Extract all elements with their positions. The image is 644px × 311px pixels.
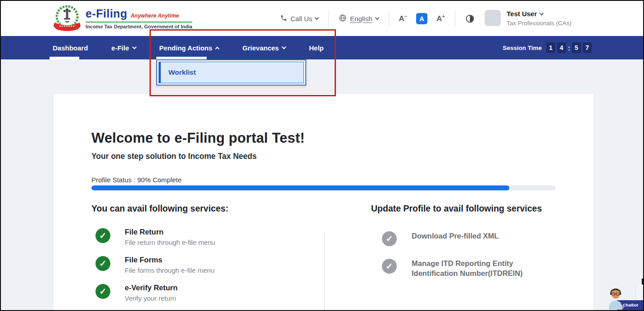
check-circle-icon: ✓	[95, 284, 110, 299]
session-time-label: Session Time	[503, 45, 542, 51]
profile-progress-bar	[91, 185, 556, 190]
main-navbar: Dashboard e-File Pending Actions Grievan…	[1, 36, 643, 59]
chevron-down-icon	[375, 16, 379, 20]
efiling-logo[interactable]: e-Filing Anywhere Anytime Income Tax Dep…	[53, 4, 192, 35]
session-colon: :	[568, 44, 570, 52]
session-digit: 4	[557, 42, 566, 53]
font-normal-button[interactable]: A	[416, 13, 427, 24]
chat-panel-edge	[642, 279, 643, 285]
income-tax-emblem-icon	[53, 4, 81, 35]
brand-tagline: Anywhere Anytime	[131, 13, 179, 19]
nav-dashboard[interactable]: Dashboard	[53, 44, 88, 52]
chevron-down-icon	[315, 16, 319, 20]
call-us-label: Call Us	[290, 15, 312, 23]
check-circle-icon: ✓	[95, 228, 110, 243]
column-divider	[324, 230, 325, 311]
check-circle-gray-icon: ✓	[382, 231, 397, 246]
user-name: Test User	[507, 10, 537, 18]
font-increase-button[interactable]: A+	[436, 14, 445, 23]
menu-item-worklist[interactable]: Worklist	[168, 68, 196, 77]
user-menu[interactable]: Test User Tax Professionals (CAs)	[485, 10, 571, 27]
language-menu[interactable]: English	[339, 14, 378, 23]
update-profile-heading: Update Profile to avail following servic…	[371, 203, 542, 214]
dashboard-active-indicator	[50, 57, 79, 59]
list-item: ✓ e-Verify Return Verify your return	[95, 283, 215, 305]
font-decrease-button[interactable]: A−	[399, 14, 408, 23]
update-profile-services-list: ✓ Download Pre-filled XML ✓ Manage ITD R…	[382, 230, 529, 279]
chevron-up-icon	[215, 46, 220, 51]
list-item: ✓ Manage ITD Reporting Entity Identifica…	[382, 258, 529, 279]
contrast-toggle-icon[interactable]	[465, 14, 475, 23]
list-item: ✓ File Return File return through e-file…	[95, 227, 215, 249]
header-divider	[455, 11, 455, 26]
nav-pending-actions[interactable]: Pending Actions	[159, 44, 219, 52]
chatbot-avatar-icon[interactable]	[606, 286, 626, 311]
top-header: e-Filing Anywhere Anytime Income Tax Dep…	[1, 1, 643, 36]
available-services-heading: You can avail following services:	[91, 203, 228, 214]
brand-subtitle: Income Tax Department, Government of Ind…	[86, 24, 192, 29]
profile-status-text: Profile Status : 90% Complete	[91, 176, 181, 184]
phone-icon	[280, 14, 287, 23]
list-item: ✓ Download Pre-filled XML	[382, 230, 529, 252]
user-role: Tax Professionals (CAs)	[507, 20, 571, 27]
check-circle-icon: ✓	[95, 256, 110, 271]
list-item: ✓ File Forms File forms through e-file m…	[95, 255, 215, 277]
available-services-list: ✓ File Return File return through e-file…	[95, 227, 215, 305]
session-digit: 7	[583, 42, 592, 53]
page-title: Welcome to e-Filing portal Test!	[91, 130, 305, 146]
nav-grievances[interactable]: Grievances	[242, 44, 286, 52]
call-us-menu[interactable]: Call Us	[280, 14, 318, 23]
brand-name: e-Filing	[86, 7, 127, 20]
language-label: English	[350, 15, 372, 23]
page-subtitle: Your one step solution to Income Tax Nee…	[91, 152, 257, 161]
globe-icon	[339, 14, 347, 23]
chevron-down-icon	[132, 45, 136, 50]
chevron-down-icon	[282, 45, 286, 50]
nav-efile[interactable]: e-File	[111, 44, 136, 52]
nav-help[interactable]: Help	[309, 44, 324, 52]
session-digit: 1	[546, 42, 555, 53]
avatar	[485, 10, 501, 26]
header-divider	[328, 11, 329, 26]
header-divider	[389, 11, 389, 26]
chevron-down-icon	[540, 11, 544, 15]
pending-actions-dropdown: Worklist	[156, 59, 306, 86]
profile-progress-fill	[91, 185, 509, 190]
dashboard-card: Welcome to e-Filing portal Test! Your on…	[54, 94, 594, 311]
session-digit: 5	[572, 42, 581, 53]
check-circle-gray-icon: ✓	[382, 259, 397, 274]
session-timer: Session Time 1 4 : 5 7	[503, 36, 592, 59]
